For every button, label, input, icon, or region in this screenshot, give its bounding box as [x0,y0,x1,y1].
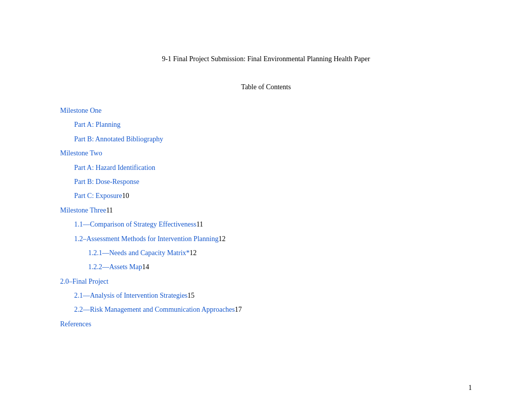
document-title-text: 9-1 Final Project Submission: Final Envi… [162,55,370,63]
toc-item-label: Milestone Three [60,207,106,214]
toc-link-part-c-exposure[interactable]: Part C: Exposure10 [74,192,129,199]
toc-page-number: 10 [122,192,129,199]
toc-item-label: Part A: Planning [74,121,121,128]
toc-item-label: 2.2—Risk Management and Communication Ap… [74,306,235,313]
list-item: 1.2.2—Assets Map14 [88,262,472,273]
toc-page-number: 12 [218,235,225,243]
list-item: 2.1—Analysis of Intervention Strategies1… [74,290,472,301]
toc-page-number: 11 [106,207,113,214]
toc-link-1-2[interactable]: 1.2–Assessment Methods for Intervention … [74,235,225,243]
toc-item-label: Milestone One [60,107,102,114]
list-item: 2.0–Final Project [60,276,472,287]
toc-link-part-b-bibliography[interactable]: Part B: Annotated Bibliography [74,135,163,143]
list-item: Part A: Hazard Identification [74,162,472,173]
toc-link-milestone-three[interactable]: Milestone Three11 [60,207,113,214]
toc-link-part-b-dose[interactable]: Part B: Dose-Response [74,178,139,185]
toc-page-number: 11 [196,221,203,228]
toc-item-label: 1.1—Comparison of Strategy Effectiveness [74,221,196,228]
toc-list: Milestone One Part A: Planning Part B: A… [60,105,472,330]
toc-item-label: 1.2.2—Assets Map [88,263,142,271]
toc-item-label: References [60,320,91,328]
page-number-text: 1 [468,384,472,391]
toc-link-2-2[interactable]: 2.2—Risk Management and Communication Ap… [74,306,242,313]
toc-item-label: Milestone Two [60,149,102,157]
list-item: Milestone One [60,105,472,116]
toc-link-milestone-one[interactable]: Milestone One [60,107,102,114]
document-page: 9-1 Final Project Submission: Final Envi… [0,0,532,412]
toc-item-label: 1.2–Assessment Methods for Intervention … [74,235,218,243]
toc-item-label: Part C: Exposure [74,192,122,199]
list-item: Part C: Exposure10 [74,190,472,201]
toc-link-part-a-planning[interactable]: Part A: Planning [74,121,121,128]
list-item: Milestone Three11 [60,205,472,216]
list-item: Part B: Annotated Bibliography [74,134,472,145]
toc-heading-text: Table of Contents [241,83,291,91]
list-item: 2.2—Risk Management and Communication Ap… [74,304,472,315]
toc-page-number: 12 [190,249,197,257]
footer-page-number: 1 [468,384,472,392]
list-item: 1.1—Comparison of Strategy Effectiveness… [74,219,472,230]
toc-link-1-2-1[interactable]: 1.2.1—Needs and Capacity Matrix*12 [88,249,197,257]
toc-link-part-a-hazard[interactable]: Part A: Hazard Identification [74,164,155,171]
toc-heading: Table of Contents [60,83,472,91]
list-item: Milestone Two [60,148,472,159]
toc-item-label: 2.1—Analysis of Intervention Strategies [74,292,187,299]
toc-item-label: 1.2.1—Needs and Capacity Matrix* [88,249,190,257]
list-item: Part A: Planning [74,119,472,130]
list-item: 1.2–Assessment Methods for Intervention … [74,234,472,245]
toc-link-1-2-2[interactable]: 1.2.2—Assets Map14 [88,263,149,271]
toc-link-milestone-two[interactable]: Milestone Two [60,149,102,157]
document-title: 9-1 Final Project Submission: Final Envi… [60,55,472,63]
toc-item-label: 2.0–Final Project [60,278,108,285]
toc-link-1-1[interactable]: 1.1—Comparison of Strategy Effectiveness… [74,221,203,228]
toc-link-references[interactable]: References [60,320,91,328]
toc-page-number: 17 [235,306,242,313]
list-item: Part B: Dose-Response [74,176,472,187]
toc-link-2-1[interactable]: 2.1—Analysis of Intervention Strategies1… [74,292,194,299]
toc-link-2-0[interactable]: 2.0–Final Project [60,278,108,285]
toc-page-number: 14 [142,263,149,271]
list-item: References [60,319,472,330]
toc-item-label: Part B: Annotated Bibliography [74,135,163,143]
toc-page-number: 15 [187,292,194,299]
toc-item-label: Part A: Hazard Identification [74,164,155,171]
toc-item-label: Part B: Dose-Response [74,178,139,185]
list-item: 1.2.1—Needs and Capacity Matrix*12 [88,248,472,259]
